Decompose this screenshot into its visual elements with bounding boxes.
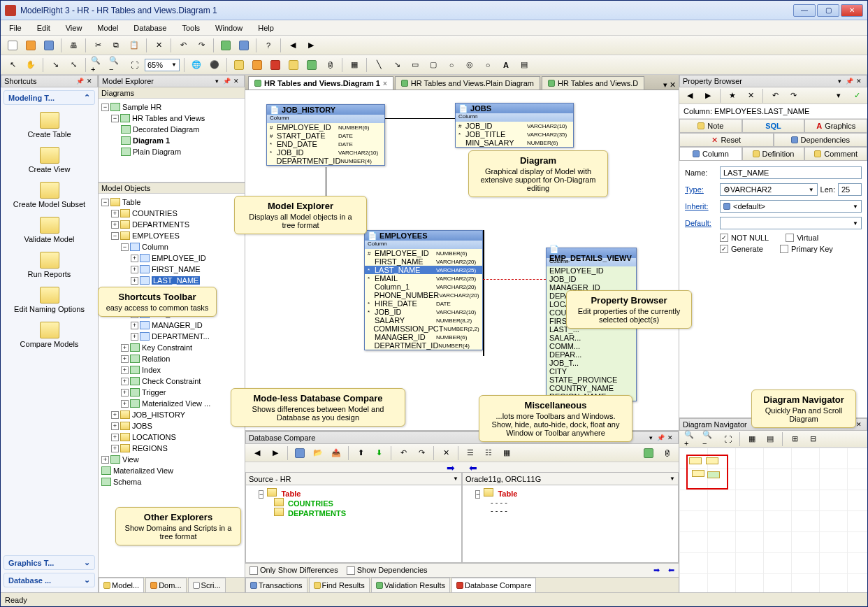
dbc-refresh-button[interactable]	[641, 445, 656, 461]
type-label[interactable]: Type:	[685, 185, 720, 194]
menu-tools[interactable]: Tools	[179, 22, 203, 34]
pb-menu-button[interactable]: ▾	[831, 88, 846, 103]
tree-node[interactable]: +COUNTRIES	[101, 208, 242, 219]
menu-database[interactable]: Database	[131, 22, 169, 34]
nav-zoomin-button[interactable]: 🔍+	[683, 431, 699, 447]
pb-fwd-button[interactable]: ▶	[700, 88, 716, 103]
tab-domains[interactable]: Dom...	[145, 578, 186, 592]
help-button[interactable]: ?	[261, 38, 276, 53]
pb-tab-note[interactable]: Note	[679, 119, 742, 133]
props-close-icon[interactable]: ✕	[854, 76, 864, 86]
default-label[interactable]: Default:	[685, 219, 720, 227]
doc-tabs-menu[interactable]: ▾ ✕	[660, 80, 679, 90]
dbc-save-button[interactable]	[292, 445, 308, 461]
nav-collapse-button[interactable]: ⊟	[805, 431, 820, 447]
tree-node[interactable]: +MANAGER_ID	[101, 320, 242, 331]
tree-node[interactable]: +REGIONS	[101, 443, 242, 454]
open-button[interactable]	[23, 38, 38, 53]
relation-tool-2[interactable]: ⤡	[66, 57, 81, 73]
hand-tool[interactable]: ✋	[23, 57, 38, 73]
tab-scripts[interactable]: Scri...	[188, 578, 226, 592]
menu-window[interactable]: Window	[212, 22, 245, 34]
tree-node[interactable]: +LAST_NAME	[101, 275, 242, 286]
props-menu-icon[interactable]: ▾	[834, 76, 844, 86]
tree-sub[interactable]: HR Tables and Views	[132, 114, 205, 122]
len-input[interactable]	[838, 183, 862, 196]
dbc-up-button[interactable]: ⬆	[353, 445, 368, 461]
tree-node[interactable]: +FIRST_NAME	[101, 264, 242, 275]
nav-grid-button[interactable]: ▦	[744, 431, 760, 447]
pb-tab-sql[interactable]: SQL	[742, 119, 805, 133]
dbc-tgt-table[interactable]: Table	[498, 490, 517, 498]
close-tab-icon[interactable]: ×	[383, 80, 387, 87]
zoom-out-button[interactable]: 🔍−	[108, 57, 124, 73]
tab-validation-results[interactable]: Validation Results	[371, 578, 450, 592]
dbc-redo-button[interactable]: ↷	[414, 445, 429, 461]
circle-tool[interactable]: ○	[480, 57, 496, 73]
tree-node[interactable]: +LOCATIONS	[101, 431, 242, 443]
tree-node[interactable]: +Key Constraint	[101, 342, 242, 353]
nav-back-button[interactable]: ◀	[285, 38, 301, 53]
tree-node[interactable]: +Relation	[101, 353, 242, 364]
shortcut-item[interactable]: Validate Model	[3, 213, 95, 248]
dbc-delete-button[interactable]: ✕	[438, 445, 454, 461]
tree-node[interactable]: −Column	[101, 241, 242, 252]
db-icon[interactable]: 🛢	[322, 57, 338, 73]
dbc-view3-button[interactable]: ▦	[499, 445, 514, 461]
pb-delete-button[interactable]: ✕	[743, 88, 758, 103]
tree-node[interactable]: +DEPARTMENT...	[101, 331, 242, 342]
show-dependencies-checkbox[interactable]: Show Dependencies	[347, 566, 428, 575]
tree-diagram[interactable]: Decorated Diagram	[133, 125, 199, 134]
dbc-src-item[interactable]: DEPARTMENTS	[288, 509, 346, 517]
shortcuts-category-graphics[interactable]: Graphics T...⌄	[3, 555, 95, 570]
entity-employees[interactable]: 📄 EMPLOYEESColumn#EMPLOYEE_IDNUMBER(6)FI…	[364, 230, 483, 350]
cut-button[interactable]: ✂	[90, 38, 106, 53]
notnull-checkbox[interactable]: ✓NOT NULL	[720, 234, 769, 242]
rrect-tool[interactable]: ▢	[426, 57, 441, 73]
ellipse-tool[interactable]: ○	[444, 57, 459, 73]
explorer-pin-icon[interactable]: 📌	[222, 76, 231, 86]
pb-check-button[interactable]: ✓	[849, 88, 865, 103]
tab-find-results[interactable]: Find Results	[309, 578, 370, 592]
zoom-fit-button[interactable]: ⛶	[126, 57, 142, 73]
tree-node[interactable]: +JOBS	[101, 420, 242, 431]
pb-back-button[interactable]: ◀	[682, 88, 697, 103]
tab-transactions[interactable]: Transactions	[245, 578, 308, 592]
pointer-tool[interactable]: ↖	[5, 57, 20, 73]
shortcut-item[interactable]: Run Reports	[3, 248, 95, 283]
tree-node[interactable]: +Trigger	[101, 387, 242, 398]
rect-tool[interactable]: ▭	[407, 57, 423, 73]
arrow-right-icon[interactable]: ➡	[447, 462, 455, 472]
pb-new-button[interactable]: ★	[725, 88, 740, 103]
copy-button[interactable]: ⧉	[108, 38, 124, 53]
doc-tab-3[interactable]: HR Tables and Views.D	[542, 76, 644, 90]
arrow-right-icon[interactable]: ➡	[653, 566, 660, 575]
shortcut-item[interactable]: Create Model Subset	[3, 178, 95, 213]
arrow-left-icon[interactable]: ⬅	[469, 462, 477, 472]
tree-node[interactable]: +JOB_HISTORY	[101, 409, 242, 420]
pb-tab-dependencies[interactable]: Dependencies	[774, 133, 868, 147]
undo-button[interactable]: ↶	[175, 38, 191, 53]
tree-node[interactable]: −Table	[101, 197, 242, 208]
dbc-view1-button[interactable]: ☰	[463, 445, 478, 461]
tab-model[interactable]: Model...	[99, 578, 144, 592]
save-button[interactable]	[41, 38, 57, 53]
menu-model[interactable]: Model	[94, 22, 121, 34]
close-button[interactable]: ✕	[841, 4, 863, 17]
shape2[interactable]	[249, 57, 265, 73]
arrow-left-icon[interactable]: ⬅	[668, 566, 674, 575]
dbc-fwd-button[interactable]: ▶	[268, 445, 283, 461]
doc-tab-1[interactable]: HR Tables and Views.Diagram 1×	[248, 76, 393, 90]
arrow-tool[interactable]: ↘	[389, 57, 405, 73]
tree-node[interactable]: +View	[101, 454, 242, 465]
shape5[interactable]	[304, 57, 319, 73]
entity-job_history[interactable]: 📄 JOB_HISTORYColumn#EMPLOYEE_IDNUMBER(6)…	[266, 104, 385, 166]
tree-node[interactable]: +DEPARTMENTS	[101, 219, 242, 230]
pb-tab-comment[interactable]: Comment	[804, 147, 867, 161]
dbc-undo-button[interactable]: ↶	[396, 445, 411, 461]
tree-node[interactable]: +Index	[101, 364, 242, 376]
shortcut-item[interactable]: Create View	[3, 143, 95, 178]
db-button[interactable]	[236, 38, 252, 53]
tree-node[interactable]: +EMPLOYEE_ID	[101, 252, 242, 264]
pb-tab-definition[interactable]: Definition	[742, 147, 805, 161]
